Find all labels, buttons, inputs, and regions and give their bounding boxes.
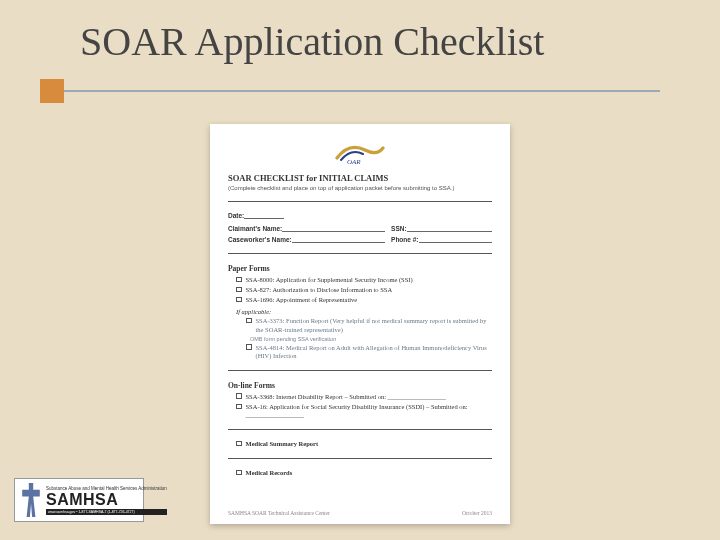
- list-item: SSA-4814: Medical Report on Adult with A…: [246, 344, 492, 360]
- list-item: SSA-1696: Appointment of Representative: [236, 296, 492, 304]
- list-item: SSA-8000: Application for Supplemental S…: [236, 276, 492, 284]
- accent-square: [40, 79, 64, 103]
- checkbox-icon: [236, 277, 242, 283]
- item-text: SSA-8000: Application for Supplemental S…: [246, 276, 493, 284]
- slide-title: SOAR Application Checklist: [80, 18, 720, 65]
- list-item: SSA-827: Authorization to Disclose Infor…: [236, 286, 492, 294]
- item-text: SSA-16: Application for Social Security …: [246, 403, 493, 419]
- checkbox-icon: [236, 470, 242, 476]
- omb-note: OMB form pending SSA verification: [250, 336, 492, 342]
- accent-line: [64, 90, 660, 92]
- list-item: Medical Summary Report: [236, 440, 492, 448]
- ssn-field-line: [407, 225, 492, 232]
- svg-text:OAR: OAR: [347, 158, 361, 166]
- item-text: SSA-3373: Function Report (Very helpful …: [256, 317, 493, 333]
- date-field-line: [244, 212, 284, 219]
- sub-list-2: SSA-4814: Medical Report on Adult with A…: [236, 344, 492, 360]
- slide-title-area: SOAR Application Checklist: [0, 0, 720, 73]
- msr-list: Medical Summary Report: [236, 440, 492, 448]
- accent-divider: [40, 79, 720, 103]
- footer-left: SAMHSA SOAR Technical Assistance Center: [228, 510, 330, 516]
- divider: [228, 429, 492, 430]
- samhsa-url-bar: www.samhsa.gov • 1-877-SAMHSA-7 (1-877-7…: [46, 509, 167, 515]
- ssn-label: SSN:: [391, 225, 407, 232]
- checkbox-icon: [236, 404, 242, 410]
- divider: [228, 458, 492, 459]
- if-applicable-label: If applicable:: [236, 308, 492, 315]
- claimant-field-line: [282, 225, 385, 232]
- checkbox-icon: [236, 297, 242, 303]
- item-text: Medical Records: [246, 469, 493, 477]
- mr-list: Medical Records: [236, 469, 492, 477]
- soar-logo: OAR: [228, 140, 492, 167]
- item-text: SSA-1696: Appointment of Representative: [246, 296, 493, 304]
- doc-footer: SAMHSA SOAR Technical Assistance Center …: [228, 510, 492, 516]
- online-forms-heading: On-line Forms: [228, 381, 492, 390]
- divider: [228, 253, 492, 254]
- samhsa-figure-icon: [20, 483, 42, 517]
- checkbox-icon: [236, 441, 242, 447]
- samhsa-logo-block: Substance Abuse and Mental Health Servic…: [14, 478, 144, 522]
- phone-field-line: [419, 236, 493, 243]
- claimant-label: Claimant's Name:: [228, 225, 282, 232]
- divider: [228, 201, 492, 202]
- item-text: Medical Summary Report: [246, 440, 493, 448]
- samhsa-text: Substance Abuse and Mental Health Servic…: [46, 486, 167, 515]
- divider: [228, 370, 492, 371]
- list-item: Medical Records: [236, 469, 492, 477]
- doc-instruction: (Complete checklist and place on top of …: [228, 185, 492, 191]
- paper-forms-heading: Paper Forms: [228, 264, 492, 273]
- item-text: SSA-3368: Internet Disability Report – S…: [246, 393, 493, 401]
- checkbox-icon: [236, 393, 242, 399]
- item-text: SSA-4814: Medical Report on Adult with A…: [256, 344, 493, 360]
- samhsa-tagline: Substance Abuse and Mental Health Servic…: [46, 486, 167, 491]
- item-text: SSA-827: Authorization to Disclose Infor…: [246, 286, 493, 294]
- caseworker-label: Caseworker's Name:: [228, 236, 292, 243]
- phone-label: Phone #:: [391, 236, 418, 243]
- checkbox-icon: [236, 287, 242, 293]
- list-item: SSA-3373: Function Report (Very helpful …: [246, 317, 492, 333]
- samhsa-brand: SAMHSA: [46, 491, 167, 509]
- checkbox-icon: [246, 344, 252, 350]
- sub-list: SSA-3373: Function Report (Very helpful …: [236, 317, 492, 333]
- date-label: Date:: [228, 212, 244, 219]
- footer-right: October 2013: [462, 510, 492, 516]
- list-item: SSA-16: Application for Social Security …: [236, 403, 492, 419]
- checkbox-icon: [246, 318, 252, 324]
- paper-forms-list: SSA-8000: Application for Supplemental S…: [236, 276, 492, 304]
- doc-heading: SOAR CHECKLIST for INITIAL CLAIMS: [228, 173, 492, 183]
- list-item: SSA-3368: Internet Disability Report – S…: [236, 393, 492, 401]
- caseworker-field-line: [292, 236, 385, 243]
- checklist-document: OAR SOAR CHECKLIST for INITIAL CLAIMS (C…: [210, 124, 510, 524]
- online-forms-list: SSA-3368: Internet Disability Report – S…: [236, 393, 492, 419]
